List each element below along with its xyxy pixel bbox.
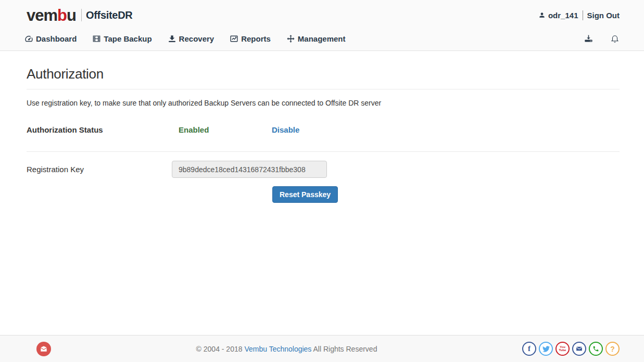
youtube-line2: Tube <box>559 348 566 352</box>
title-divider <box>27 89 620 89</box>
recovery-icon <box>168 34 176 43</box>
disable-link[interactable]: Disable <box>272 125 299 134</box>
logo-suffix: u <box>67 6 76 24</box>
twitter-icon[interactable] <box>539 342 553 356</box>
brand-logo[interactable]: vembu OffsiteDR <box>27 7 132 23</box>
youtube-wordmark: YouTube <box>559 346 566 352</box>
copyright-text: © 2004 - 2018 Vembu Technologies All Rig… <box>51 345 522 353</box>
logo-prefix: vem <box>27 6 57 24</box>
dashboard-icon <box>24 34 33 43</box>
nav-right-tools <box>584 34 620 44</box>
authorization-status-row: Authorization Status Enabled Disable <box>27 125 620 134</box>
footer: © 2004 - 2018 Vembu Technologies All Rig… <box>0 335 644 362</box>
username[interactable]: odr_141 <box>548 11 578 20</box>
reset-passkey-row: Reset Passkey <box>27 186 620 203</box>
email-icon[interactable] <box>572 342 586 356</box>
nav-item-management[interactable]: Management <box>286 34 346 43</box>
sign-out-link[interactable]: Sign Out <box>587 11 620 20</box>
social-links: f YouTube ? <box>522 342 620 356</box>
nav-label: Tape Backup <box>104 34 151 43</box>
user-icon <box>538 11 546 19</box>
phone-icon[interactable] <box>589 342 603 356</box>
reports-icon <box>230 34 238 43</box>
nav-item-reports[interactable]: Reports <box>230 34 271 43</box>
notifications-bell-icon[interactable] <box>610 34 620 43</box>
management-icon <box>286 34 295 43</box>
authorization-status-label: Authorization Status <box>27 125 179 134</box>
registration-key-row: Registration Key <box>27 161 620 178</box>
youtube-icon[interactable]: YouTube <box>555 342 570 356</box>
brand-divider <box>81 9 82 21</box>
nav-item-dashboard[interactable]: Dashboard <box>24 34 77 43</box>
main-nav: Dashboard Tape Backup <box>24 27 620 50</box>
vembu-logo: vembu <box>27 7 76 23</box>
nav-label: Recovery <box>179 34 214 43</box>
email-circle-icon[interactable] <box>36 342 51 356</box>
user-divider <box>583 10 583 20</box>
registration-key-input[interactable] <box>172 161 327 178</box>
reset-passkey-button[interactable]: Reset Passkey <box>272 186 338 203</box>
registration-key-label: Registration Key <box>27 165 172 174</box>
facebook-glyph: f <box>528 344 531 353</box>
main-content: Authorization Use registration key, to m… <box>0 51 644 335</box>
app-header: vembu OffsiteDR odr_141 Sign Out Dashboa… <box>0 0 644 51</box>
nav-label: Management <box>298 34 346 43</box>
download-icon[interactable] <box>584 34 594 44</box>
company-link[interactable]: Vembu Technologies <box>244 345 311 353</box>
section-divider <box>27 151 620 152</box>
facebook-icon[interactable]: f <box>522 342 536 356</box>
user-area: odr_141 Sign Out <box>538 10 620 20</box>
nav-label: Dashboard <box>36 34 77 43</box>
copyright-prefix: © 2004 - 2018 <box>196 345 245 353</box>
nav-item-tape-backup[interactable]: Tape Backup <box>92 34 151 43</box>
nav-item-recovery[interactable]: Recovery <box>168 34 214 43</box>
copyright-suffix: All Rights Reserved <box>311 345 377 353</box>
page-title: Authorization <box>27 66 620 82</box>
status-value-enabled: Enabled <box>179 125 272 134</box>
nav-label: Reports <box>241 34 271 43</box>
tape-backup-icon <box>92 34 101 43</box>
header-top-row: vembu OffsiteDR odr_141 Sign Out <box>24 0 620 27</box>
logo-accent: b <box>57 6 67 24</box>
product-name: OffsiteDR <box>86 9 133 21</box>
page-description: Use registration key, to make sure that … <box>27 99 620 107</box>
help-glyph: ? <box>610 345 615 353</box>
help-icon[interactable]: ? <box>605 342 620 356</box>
